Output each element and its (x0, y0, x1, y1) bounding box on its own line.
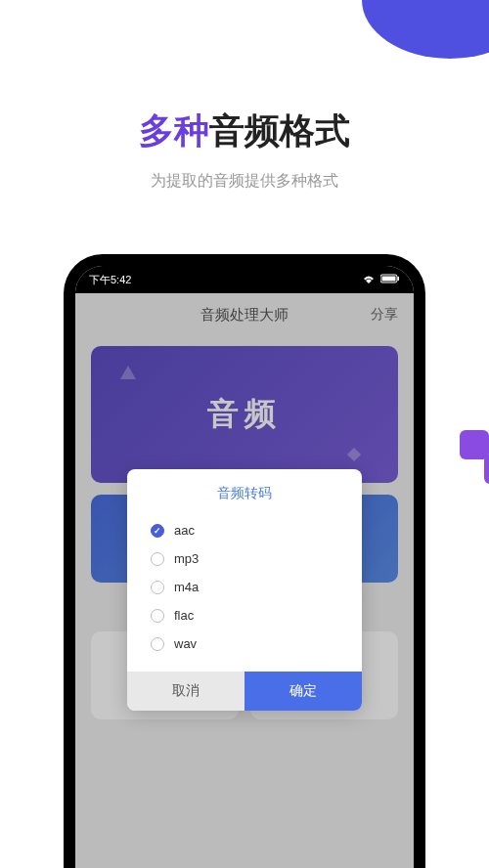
modal-buttons: 取消 确定 (127, 672, 362, 711)
modal-title: 音频转码 (127, 469, 362, 512)
radio-unchecked-icon (151, 581, 164, 594)
status-time: 下午5:42 (89, 273, 131, 287)
option-label: flac (174, 608, 194, 623)
app-content: 音频处理大师 分享 音频 ∿∿∿ ∿∿ ? (75, 293, 414, 868)
phone-screen: 下午5:42 音频处理大师 分享 音频 (75, 266, 414, 868)
hero-title-accent: 多种 (139, 110, 209, 151)
radio-unchecked-icon (151, 637, 164, 651)
option-label: aac (174, 523, 195, 538)
hero-subtitle: 为提取的音频提供多种格式 (0, 171, 489, 192)
status-bar: 下午5:42 (75, 266, 414, 293)
radio-unchecked-icon (151, 552, 164, 566)
option-wav[interactable]: wav (151, 629, 338, 658)
option-label: wav (174, 636, 197, 651)
wifi-icon (362, 274, 376, 285)
radio-checked-icon (151, 524, 164, 538)
confirm-button[interactable]: 确定 (244, 672, 362, 711)
option-aac[interactable]: aac (151, 516, 338, 544)
radio-unchecked-icon (151, 609, 164, 623)
option-m4a[interactable]: m4a (151, 573, 338, 601)
option-flac[interactable]: flac (151, 601, 338, 629)
svg-rect-1 (382, 277, 396, 282)
decorative-blob (362, 0, 489, 59)
option-mp3[interactable]: mp3 (151, 544, 338, 573)
option-label: m4a (174, 580, 199, 594)
decorative-side-shape (460, 430, 489, 508)
hero-title-rest: 音频格式 (209, 110, 350, 151)
battery-icon (380, 274, 400, 285)
option-label: mp3 (174, 551, 199, 566)
hero-title: 多种音频格式 (0, 108, 489, 155)
option-list: aac mp3 m4a flac (127, 512, 362, 672)
format-modal: 音频转码 aac mp3 m4a (127, 469, 362, 711)
svg-rect-2 (398, 277, 400, 281)
phone-frame: 下午5:42 音频处理大师 分享 音频 (64, 254, 425, 868)
cancel-button[interactable]: 取消 (127, 672, 244, 711)
